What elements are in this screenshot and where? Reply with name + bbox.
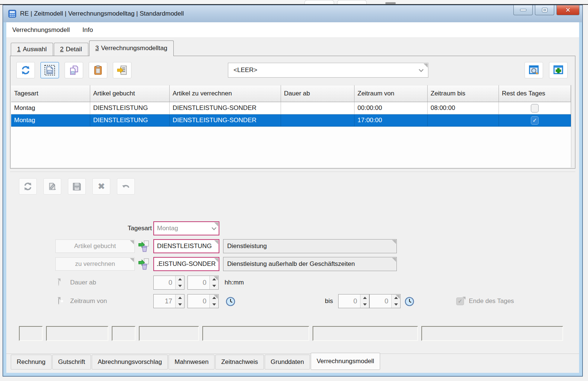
spin-up-icon[interactable] xyxy=(392,294,400,301)
form-row-dauer-ab: Dauer ab 0 0 hh:mm xyxy=(10,276,575,290)
tab-verrechnungsmodell-label: Verrechnungsmodell xyxy=(317,358,374,365)
select-record-button[interactable] xyxy=(40,62,59,78)
spin-up-icon[interactable] xyxy=(210,276,218,283)
bis-hours-spinner[interactable]: 0 xyxy=(338,294,369,308)
list-panel: <LEER> xyxy=(10,56,575,169)
spin-down-icon[interactable] xyxy=(210,301,218,308)
module-tabstrip: Rechnung Gutschrift Abrechnungsvorschlag… xyxy=(6,354,579,373)
tab-gutschrift-label: Gutschrift xyxy=(58,358,85,366)
import-button[interactable] xyxy=(113,62,131,78)
tab-detail[interactable]: 2 Detail xyxy=(54,43,88,56)
chevron-down-icon xyxy=(212,225,216,230)
column-header-zeitraum-von[interactable]: Zeitraum von xyxy=(355,85,428,102)
maximize-button[interactable] xyxy=(535,5,554,15)
ende-des-tages-checkbox[interactable]: ✓ xyxy=(456,297,464,305)
spin-down-icon[interactable] xyxy=(360,301,369,308)
tab-mahnwesen-label: Mahnwesen xyxy=(174,358,209,366)
tab-rechnung[interactable]: Rechnung xyxy=(11,355,52,369)
find-record-icon xyxy=(528,65,539,76)
tab-verrechnungsmodelltag-label: Verrechnungsmodelltag xyxy=(101,45,167,52)
column-header-artikel-gebucht[interactable]: Artikel gebucht xyxy=(90,85,170,102)
spin-up-icon[interactable] xyxy=(210,294,218,301)
dauer-minutes-value: 0 xyxy=(188,276,209,289)
spin-up-icon[interactable] xyxy=(176,294,184,301)
add-record-icon xyxy=(553,65,564,76)
clock-icon[interactable] xyxy=(404,296,415,307)
detail-refresh-button[interactable] xyxy=(19,178,37,195)
refresh-button[interactable] xyxy=(16,62,35,78)
von-hours-spinner[interactable]: 17 xyxy=(153,294,184,308)
find-record-button[interactable] xyxy=(525,62,543,78)
spin-down-icon[interactable] xyxy=(176,301,184,308)
app-window: RE | Zeitmodell | Verrechnungsmodelltag … xyxy=(3,5,583,377)
tab-abrechnungsvorschlag[interactable]: Abrechnungsvorschlag xyxy=(92,355,168,369)
tab-zeitnachweis[interactable]: Zeitnachweis xyxy=(215,355,264,369)
import-icon xyxy=(117,65,128,76)
status-segment xyxy=(46,326,108,341)
save-button[interactable] xyxy=(68,178,86,195)
menu-verrechnungsmodell[interactable]: Verrechnungsmodell xyxy=(12,26,70,34)
menu-info[interactable]: Info xyxy=(82,26,93,34)
tab-verrechnungsmodell[interactable]: Verrechnungsmodell xyxy=(311,353,380,370)
paste-icon xyxy=(92,65,104,76)
spin-down-icon[interactable] xyxy=(210,283,218,289)
cell-tagesart: Montag xyxy=(11,114,90,127)
dauer-minutes-spinner[interactable]: 0 xyxy=(187,276,219,290)
zu-verrechnen-button[interactable]: zu verrechnen xyxy=(55,257,135,271)
column-header-dauer-ab[interactable]: Dauer ab xyxy=(281,85,355,102)
tab-detail-number: 2 xyxy=(60,46,63,53)
column-header-rest-des-tages[interactable]: Rest des Tages xyxy=(499,85,571,102)
tagesart-dropdown[interactable]: Montag xyxy=(153,221,219,235)
undo-button[interactable] xyxy=(117,178,135,195)
rest-des-tages-checkbox[interactable] xyxy=(531,104,539,113)
zeitraum-von-radio[interactable] xyxy=(58,297,59,305)
dauer-hours-spinner[interactable]: 0 xyxy=(153,276,184,290)
assign-article-icon[interactable] xyxy=(138,258,150,270)
table-row[interactable]: Montag DIENSTLEISTUNG DIENSTLEISTUNG-SON… xyxy=(11,102,571,114)
model-day-table: Tagesart Artikel gebucht Artikel zu verr… xyxy=(11,85,571,167)
tab-verrechnungsmodelltag[interactable]: 3 Verrechnungsmodelltag xyxy=(89,40,174,56)
filter-combobox[interactable]: <LEER> xyxy=(228,63,428,78)
bis-hours-value: 0 xyxy=(339,294,360,308)
copy-button[interactable] xyxy=(65,62,83,78)
zeitraum-von-radio-wrap xyxy=(58,298,59,305)
paste-button[interactable] xyxy=(89,62,107,78)
zu-verrechnen-field[interactable]: DIENSTLEISTUNG-SONDER xyxy=(153,257,219,271)
clock-icon[interactable] xyxy=(225,296,236,307)
spin-up-icon[interactable] xyxy=(360,294,369,301)
von-minutes-spinner[interactable]: 0 xyxy=(187,294,219,308)
tab-detail-label: Detail xyxy=(66,46,82,53)
minimize-button[interactable] xyxy=(513,5,533,15)
assign-article-icon[interactable] xyxy=(138,240,150,253)
rest-des-tages-checkbox[interactable] xyxy=(531,116,539,125)
close-icon: ✕ xyxy=(565,7,571,13)
edit-button[interactable] xyxy=(43,178,61,195)
cell-zeitraum-von: 17:00:00 xyxy=(355,114,428,127)
column-header-tagesart[interactable]: Tagesart xyxy=(11,85,90,102)
tab-grunddaten[interactable]: Grunddaten xyxy=(265,355,310,369)
titlebar[interactable]: RE | Zeitmodell | Verrechnungsmodelltag … xyxy=(3,5,582,22)
window-title: RE | Zeitmodell | Verrechnungsmodelltag … xyxy=(20,10,184,17)
tab-mahnwesen[interactable]: Mahnwesen xyxy=(169,355,215,369)
spin-up-icon[interactable] xyxy=(176,276,184,283)
bis-minutes-spinner[interactable]: 0 xyxy=(369,294,401,308)
maximize-icon xyxy=(542,8,548,12)
delete-button[interactable]: ✖ xyxy=(92,178,110,195)
add-record-button[interactable] xyxy=(549,62,568,78)
close-button[interactable]: ✕ xyxy=(556,5,579,15)
tab-auswahl[interactable]: 1 Auswahl xyxy=(11,43,53,56)
tab-gutschrift[interactable]: Gutschrift xyxy=(52,355,91,369)
menubar: Verrechnungsmodell Info xyxy=(6,22,579,38)
spin-down-icon[interactable] xyxy=(176,283,184,289)
von-hours-value: 17 xyxy=(154,294,175,308)
table-row[interactable]: Montag DIENSTLEISTUNG DIENSTLEISTUNG-SON… xyxy=(11,114,571,127)
dauer-ab-radio[interactable] xyxy=(58,279,59,286)
zeitraum-von-label: Zeitraum von xyxy=(70,297,107,305)
column-header-zeitraum-bis[interactable]: Zeitraum bis xyxy=(428,85,499,102)
spin-down-icon[interactable] xyxy=(392,301,400,308)
artikel-gebucht-field[interactable]: DIENSTLEISTUNG xyxy=(153,239,219,253)
status-segment xyxy=(313,326,418,341)
column-header-artikel-zu-verrechnen[interactable]: Artikel zu verrechnen xyxy=(170,85,281,102)
cell-zeitraum-bis: 08:00:00 xyxy=(428,102,499,114)
artikel-gebucht-button[interactable]: Artikel gebucht xyxy=(55,240,135,253)
